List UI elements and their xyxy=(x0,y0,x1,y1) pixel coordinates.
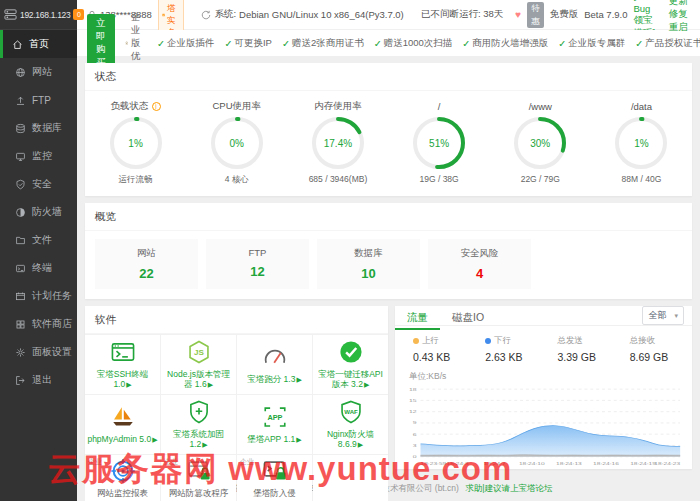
firewall-icon xyxy=(15,207,26,218)
gauge-sub: 88M / 40G xyxy=(591,174,692,184)
topbar-link[interactable]: 更新 xyxy=(669,0,688,6)
svg-text:0: 0 xyxy=(413,454,417,459)
software-label: 堡塔APP 1.1▶ xyxy=(247,435,301,445)
software-item[interactable]: WAFNginx防火墙 8.6.9▶ xyxy=(313,395,388,454)
message-count-badge[interactable]: 0 xyxy=(73,9,84,20)
gauge-value: 1% xyxy=(614,116,668,170)
bt-panel-dashboard: 192.168.1.123 0 首页网站FTP数据库监控安全防火墙文件终端计划任… xyxy=(0,0,700,501)
topbar-links: 更新修复重启 xyxy=(665,0,690,34)
promo-item[interactable]: ✓商用防火墙增强版 xyxy=(462,37,548,50)
sidebar-item-website[interactable]: 网站 xyxy=(0,58,77,86)
sidebar-item-security[interactable]: 安全 xyxy=(0,170,77,198)
badge-icon xyxy=(125,38,128,48)
software-item[interactable]: 企业堡塔防入侵购买 xyxy=(237,455,312,501)
play-icon: ▶ xyxy=(296,436,301,443)
promo-item[interactable]: ✓企业版插件 xyxy=(157,37,214,50)
sidebar-item-label: FTP xyxy=(32,95,51,106)
promo-item[interactable]: ✓企业版专属群 xyxy=(558,37,625,50)
gauge-value: 51% xyxy=(412,116,466,170)
overview-card-安全风险[interactable]: 安全风险 4 xyxy=(428,239,531,289)
sidebar-item-logout[interactable]: 退出 xyxy=(0,366,77,394)
heart-icon[interactable]: ♥ xyxy=(515,9,521,20)
topbar-link[interactable]: 修复 xyxy=(669,8,688,19)
overview-value: 12 xyxy=(206,264,309,279)
sidebar-item-firewall[interactable]: 防火墙 xyxy=(0,198,77,226)
promo-badge[interactable]: 特惠 xyxy=(527,2,544,28)
overview-card-数据库[interactable]: 数据库 10 xyxy=(317,239,420,289)
enterprise-tag: 企业 xyxy=(240,457,254,467)
info-icon[interactable]: i xyxy=(152,102,161,111)
system-value: Debian GNU/Linux 10 x86_64(Py3.7.0) xyxy=(239,9,404,20)
sidebar-item-label: 防火墙 xyxy=(32,205,62,219)
main-area: 138****8888 宝塔实名 系统: Debian GNU/Linux 10… xyxy=(77,0,700,501)
sidebar-item-label: 数据库 xyxy=(32,121,62,135)
sidebar-item-label: 首页 xyxy=(29,37,49,51)
sidebar-item-label: 文件 xyxy=(32,233,52,247)
software-label: Node.js版本管理器 1.6▶ xyxy=(163,370,234,390)
software-label: 堡塔防入侵 xyxy=(253,489,296,499)
security-icon xyxy=(15,179,26,190)
software-item[interactable]: 宝塔一键迁移API版本 3.2▶ xyxy=(313,335,388,394)
sidebar-item-label: 计划任务 xyxy=(32,289,72,303)
software-item[interactable]: 企业网站监控报表购买 xyxy=(85,455,160,501)
stat-value: 3.39 GB xyxy=(558,351,616,363)
svg-text:18:23:59: 18:23:59 xyxy=(421,461,447,466)
gauge-负载状态: 负载状态i 1% 运行流畅 xyxy=(85,99,186,186)
svg-text:15: 15 xyxy=(409,398,417,403)
ftp-icon xyxy=(15,95,26,106)
software-item[interactable]: phpMyAdmin 5.0▶ xyxy=(85,395,160,454)
sidebar-item-label: 退出 xyxy=(32,373,52,387)
panel-version: Beta 7.9.0 xyxy=(584,9,627,20)
software-item[interactable]: 企业网站防篡改程序购买 xyxy=(161,455,236,501)
sidebar-item-monitor[interactable]: 监控 xyxy=(0,142,77,170)
gauge-sub: 4 核心 xyxy=(186,174,287,186)
sidebar-item-home[interactable]: 首页 xyxy=(0,30,77,58)
svg-text:6: 6 xyxy=(413,432,417,437)
sidebar-item-settings[interactable]: 面板设置 xyxy=(0,338,77,366)
overview-card-网站[interactable]: 网站 22 xyxy=(95,239,198,289)
ssh-terminal-icon xyxy=(110,339,136,365)
software-empty-cell xyxy=(313,455,388,501)
overview-value: 4 xyxy=(428,266,531,281)
sidebar-item-appstore[interactable]: 软件商店 xyxy=(0,310,77,338)
software-item[interactable]: JSNode.js版本管理器 1.6▶ xyxy=(161,335,236,394)
legend-dot xyxy=(485,338,491,344)
refresh-icon[interactable] xyxy=(201,10,211,20)
gauge-value: 30% xyxy=(513,116,567,170)
topbar-link[interactable]: 重启 xyxy=(669,21,688,32)
gauge-sub: 19G / 38G xyxy=(389,174,490,184)
software-item[interactable]: 宝塔跑分 1.3▶ xyxy=(237,335,312,394)
software-item[interactable]: APP堡塔APP 1.1▶ xyxy=(237,395,312,454)
btapp-icon: APP xyxy=(262,404,288,430)
software-label: 网站防篡改程序 xyxy=(169,489,229,499)
svg-text:18:24:3: 18:24:3 xyxy=(447,461,469,466)
software-item[interactable]: 宝塔SSH终端 1.0▶ xyxy=(85,335,160,394)
sidebar-item-cron[interactable]: 计划任务 xyxy=(0,282,77,310)
status-card: 状态 负载状态i 1% 运行流畅CPU使用率 0% 4 核心内存使用率 17.4… xyxy=(85,63,692,196)
sidebar-item-files[interactable]: 文件 xyxy=(0,226,77,254)
traffic-card: 流量磁盘IO 全部 ▾ 上行 0.43 KB下行 2.63 KB总发送 3.39… xyxy=(395,306,692,469)
promo-item[interactable]: ✓赠送2张商用证书 xyxy=(282,37,364,50)
range-select[interactable]: 全部 ▾ xyxy=(642,306,684,325)
software-item[interactable]: 宝塔系统加固 1.2▶ xyxy=(161,395,236,454)
sidebar-item-ftp[interactable]: FTP xyxy=(0,86,77,114)
play-icon: ▶ xyxy=(364,381,369,388)
promo-item[interactable]: ✓可更换IP xyxy=(224,37,271,50)
topbar: 138****8888 宝塔实名 系统: Debian GNU/Linux 10… xyxy=(77,0,700,30)
gauge-value: 0% xyxy=(210,116,264,170)
bottom-row: 软件 宝塔SSH终端 1.0▶JSNode.js版本管理器 1.6▶宝塔跑分 1… xyxy=(85,306,692,469)
promo-item[interactable]: ✓赠送1000次扫描 xyxy=(374,37,453,50)
medal-icon xyxy=(162,11,165,19)
svg-text:18:24:7: 18:24:7 xyxy=(484,461,506,466)
legend-dot xyxy=(413,338,419,344)
nodejs-icon: JS xyxy=(186,339,212,365)
sidebar-item-database[interactable]: 数据库 xyxy=(0,114,77,142)
sidebar-item-terminal[interactable]: 终端 xyxy=(0,254,77,282)
svg-text:18:24:16: 18:24:16 xyxy=(593,461,619,466)
overview-card-FTP[interactable]: FTP 12 xyxy=(206,239,309,289)
promo-item[interactable]: ✓产品授权证书 xyxy=(635,37,700,50)
footer-forum-link[interactable]: 求助|建议请上宝塔论坛 xyxy=(465,483,552,493)
traffic-chart-area: 036912151818:23:5918:24:318:24:718:24:10… xyxy=(395,383,692,469)
stat-上行: 上行 0.43 KB xyxy=(399,335,471,363)
status-gauges: 负载状态i 1% 运行流畅CPU使用率 0% 4 核心内存使用率 17.4% 6… xyxy=(85,91,692,196)
